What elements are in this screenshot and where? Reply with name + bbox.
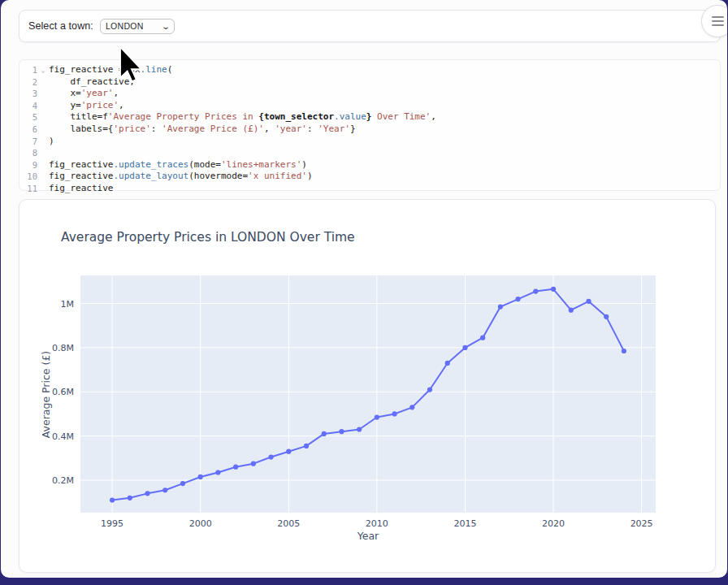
x-tick-label: 2015	[453, 518, 476, 529]
data-point-marker[interactable]	[622, 349, 626, 353]
fold-arrow-icon[interactable]: ⌄	[37, 64, 49, 76]
y-tick-label: 0.8M	[52, 343, 74, 353]
x-axis-title: Year	[307, 530, 429, 542]
code-line: 9fig_reactive.update_traces(mode='lines+…	[20, 159, 720, 171]
fold-spacer	[37, 76, 49, 89]
code-line: 10fig_reactive.update_layout(hovermode='…	[20, 171, 720, 183]
fold-spacer	[37, 159, 49, 171]
town-dropdown-value: LONDON	[106, 21, 162, 31]
code-text: fig_reactive.update_layout(hovermode='x …	[49, 171, 313, 183]
x-tick-label: 2025	[630, 518, 653, 529]
data-point-marker[interactable]	[410, 405, 414, 410]
data-point-marker[interactable]	[145, 491, 150, 496]
data-point-marker[interactable]	[339, 429, 344, 434]
data-point-marker[interactable]	[215, 470, 220, 474]
code-text: )	[49, 136, 54, 148]
data-point-marker[interactable]	[516, 297, 521, 301]
x-tick-label: 2020	[542, 518, 565, 529]
code-text: labels={'price': 'Average Price (£)', 'y…	[49, 124, 356, 136]
code-text: fig_reactive = px.line(	[49, 64, 172, 76]
fold-spacer	[37, 111, 49, 124]
data-point-marker[interactable]	[445, 361, 450, 366]
x-tick-label: 2000	[189, 518, 212, 529]
fold-spacer	[37, 171, 49, 183]
notebook-page: Select a town: LONDON ⌄ 1⌄fig_reactive =…	[1, 0, 727, 578]
line-number: 7	[20, 136, 37, 148]
chevron-down-icon: ⌄	[161, 22, 171, 31]
code-line: 6 labels={'price': 'Average Price (£)', …	[20, 124, 720, 136]
data-point-marker[interactable]	[604, 314, 609, 319]
data-point-marker[interactable]	[110, 497, 115, 502]
line-number: 3	[20, 88, 37, 100]
line-number: 2	[20, 76, 37, 89]
data-point-marker[interactable]	[128, 496, 132, 500]
code-line: 11fig_reactive	[20, 183, 720, 195]
data-point-marker[interactable]	[180, 481, 185, 486]
fold-spacer	[37, 124, 49, 136]
code-text: title=f'Average Property Prices in {town…	[49, 111, 436, 124]
chart-output-cell: Average Property Prices in LONDON Over T…	[19, 199, 716, 573]
code-line: 3 x='year',	[20, 88, 720, 100]
code-line: 5 title=f'Average Property Prices in {to…	[20, 111, 720, 124]
y-tick-label: 1M	[61, 299, 75, 310]
mouse-cursor-icon	[119, 46, 143, 84]
data-point-marker[interactable]	[304, 444, 309, 448]
code-line: 4 y='price',	[20, 100, 720, 112]
line-number: 1	[20, 64, 37, 76]
data-point-marker[interactable]	[268, 454, 273, 459]
code-line: 8	[20, 147, 720, 159]
property-price-line-chart[interactable]: 19952000200520102015202020250.2M0.4M0.6M…	[20, 200, 717, 574]
data-point-marker[interactable]	[162, 488, 167, 492]
data-point-marker[interactable]	[286, 449, 291, 454]
data-point-marker[interactable]	[375, 414, 379, 419]
y-tick-label: 0.6M	[52, 387, 74, 397]
data-point-marker[interactable]	[586, 299, 591, 304]
line-number: 5	[20, 111, 37, 124]
fold-spacer	[37, 147, 49, 159]
data-point-marker[interactable]	[357, 427, 362, 431]
code-text: fig_reactive.update_traces(mode='lines+m…	[49, 159, 307, 171]
hamburger-icon	[712, 15, 724, 28]
data-point-marker[interactable]	[569, 308, 574, 313]
town-selector-card: Select a town: LONDON ⌄	[19, 10, 721, 42]
x-tick-label: 1995	[101, 518, 124, 529]
data-point-marker[interactable]	[392, 411, 396, 416]
code-text: y='price',	[49, 100, 124, 112]
data-point-marker[interactable]	[251, 462, 256, 466]
code-text: x='year',	[49, 88, 119, 100]
code-line: 7)	[20, 136, 720, 148]
y-axis-title: Average Price (£)	[40, 334, 52, 456]
line-number: 4	[20, 100, 37, 112]
town-selector-label: Select a town:	[28, 20, 93, 32]
x-tick-label: 2005	[277, 518, 300, 529]
data-point-marker[interactable]	[480, 336, 485, 340]
data-point-marker[interactable]	[533, 288, 538, 293]
line-number: 6	[20, 124, 37, 136]
line-number: 8	[20, 147, 37, 159]
y-tick-label: 0.4M	[52, 431, 74, 442]
fold-spacer	[37, 136, 49, 148]
fold-spacer	[37, 100, 49, 112]
line-number: 9	[20, 159, 37, 171]
data-point-marker[interactable]	[322, 431, 327, 436]
y-tick-label: 0.2M	[52, 475, 74, 486]
x-tick-label: 2010	[366, 518, 388, 529]
data-point-marker[interactable]	[551, 287, 556, 292]
data-point-marker[interactable]	[498, 305, 503, 310]
data-point-marker[interactable]	[233, 465, 238, 470]
line-number: 11	[20, 183, 37, 195]
data-point-marker[interactable]	[198, 474, 203, 479]
fold-spacer	[37, 88, 49, 100]
town-dropdown[interactable]: LONDON ⌄	[100, 19, 175, 34]
data-point-marker[interactable]	[462, 345, 467, 350]
data-point-marker[interactable]	[427, 387, 432, 392]
code-text: fig_reactive	[49, 183, 113, 195]
fold-spacer	[37, 183, 49, 195]
line-number: 10	[20, 171, 37, 183]
notebook-menu-button[interactable]	[701, 5, 727, 37]
